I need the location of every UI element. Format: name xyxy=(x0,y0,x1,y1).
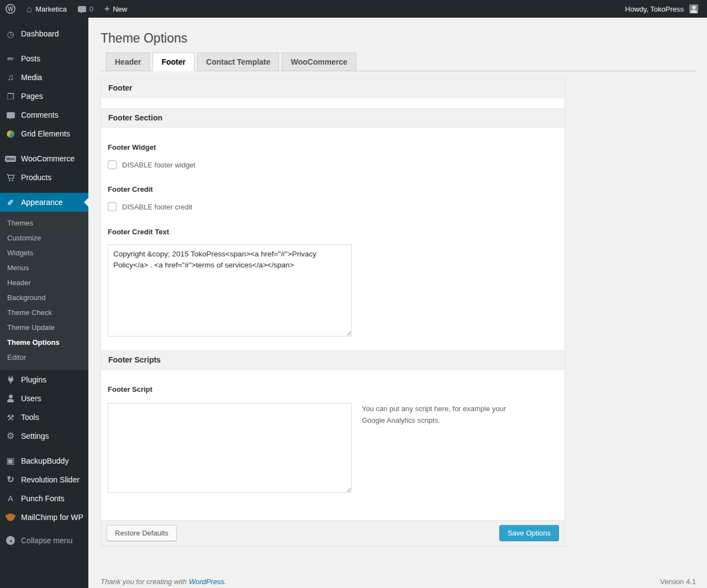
theme-options-panel: Footer Footer Section Footer Widget DISA… xyxy=(101,78,565,546)
person-icon xyxy=(4,394,17,403)
account-menu[interactable]: Howdy, TokoPress xyxy=(620,0,704,18)
footer-script-textarea[interactable] xyxy=(108,403,352,493)
grid-elements-icon xyxy=(4,130,17,138)
footer-credit-text-label: Footer Credit Text xyxy=(108,211,558,236)
woocommerce-badge-icon: Woo xyxy=(4,156,17,162)
comments-link[interactable]: 0 xyxy=(72,0,99,18)
sidebar-item-label: Punch Fonts xyxy=(21,494,65,503)
disable-footer-widget-label: DISABLE footer widget xyxy=(122,161,196,169)
sidebar-item-appearance[interactable]: Appearance xyxy=(0,193,88,212)
sidebar-item-backupbuddy[interactable]: BackupBuddy xyxy=(0,452,88,470)
submenu-item-theme-options[interactable]: Theme Options xyxy=(0,335,88,350)
wordpress-logo-icon xyxy=(6,4,15,14)
footer-script-row: You can put any script here, for example… xyxy=(108,403,558,493)
sidebar-item-label: Pages xyxy=(21,92,43,101)
sidebar-item-collapse-menu[interactable]: Collapse menu xyxy=(0,531,88,550)
submenu-item-background[interactable]: Background xyxy=(0,290,88,305)
disable-footer-credit-checkbox[interactable] xyxy=(108,202,117,211)
sidebar-item-tools[interactable]: Tools xyxy=(0,408,88,427)
page-footer: Thank you for creating with WordPress. V… xyxy=(101,578,696,586)
footer-script-label: Footer Script xyxy=(108,370,558,393)
submenu-item-themes[interactable]: Themes xyxy=(0,216,88,230)
letter-a-icon xyxy=(4,495,17,502)
comments-bubble-icon xyxy=(78,6,86,12)
tab-footer[interactable]: Footer xyxy=(152,53,194,71)
sidebar-item-label: Media xyxy=(21,73,42,82)
howdy-label: Howdy, TokoPress xyxy=(625,5,684,13)
comment-bubble-icon xyxy=(4,112,17,118)
footer-widget-checkbox-row: DISABLE footer widget xyxy=(108,160,558,169)
sidebar-item-label: WooCommerce xyxy=(21,154,75,163)
tab-woocommerce[interactable]: WooCommerce xyxy=(282,53,356,71)
panel-header: Footer xyxy=(101,79,564,98)
panel-body-scripts: Footer Script You can put any script her… xyxy=(101,370,564,493)
sidebar-item-products[interactable]: Products xyxy=(0,168,88,187)
plug-icon xyxy=(4,375,17,384)
sidebar-item-media[interactable]: Media xyxy=(0,68,88,87)
cart-icon xyxy=(4,174,17,182)
panel-footer: Restore Defaults Save Options xyxy=(101,520,564,545)
restore-defaults-button[interactable]: Restore Defaults xyxy=(107,525,177,541)
sidebar-item-woocommerce[interactable]: Woo WooCommerce xyxy=(0,149,88,168)
version-label: Version 4.1 xyxy=(660,578,696,586)
site-name-link[interactable]: Marketica xyxy=(21,0,72,18)
disable-footer-widget-checkbox[interactable] xyxy=(108,160,117,169)
sidebar-item-users[interactable]: Users xyxy=(0,389,88,408)
panel-body: Footer Widget DISABLE footer widget Foot… xyxy=(101,128,564,337)
comments-count: 0 xyxy=(89,5,93,13)
sidebar-item-mailchimp[interactable]: MailChimp for WP xyxy=(0,508,88,527)
new-label: New xyxy=(113,5,127,13)
submenu-item-theme-check[interactable]: Theme Check xyxy=(0,305,88,320)
submenu-item-widgets[interactable]: Widgets xyxy=(0,245,88,260)
main-content: Theme Options HeaderFooterContact Templa… xyxy=(88,18,707,588)
submenu-item-theme-update[interactable]: Theme Update xyxy=(0,320,88,335)
sidebar-item-label: Dashboard xyxy=(21,29,59,38)
sidebar-item-punch-fonts[interactable]: Punch Fonts xyxy=(0,489,88,508)
sidebar-item-grid-elements[interactable]: Grid Elements xyxy=(0,124,88,143)
pushpin-icon xyxy=(4,55,17,63)
dashboard-icon xyxy=(4,30,17,38)
footer-credit-checkbox-row: DISABLE footer credit xyxy=(108,202,558,211)
menu-separator xyxy=(0,143,88,149)
sidebar-item-posts[interactable]: Posts xyxy=(0,49,88,68)
submenu-item-editor[interactable]: Editor xyxy=(0,350,88,365)
menu-separator xyxy=(0,43,88,49)
submenu-item-header[interactable]: Header xyxy=(0,275,88,290)
admin-bar-right: Howdy, TokoPress xyxy=(620,0,707,18)
footer-section-header: Footer Section xyxy=(101,108,564,128)
monkey-icon xyxy=(4,513,17,521)
sidebar-item-pages[interactable]: Pages xyxy=(0,87,88,106)
sidebar-item-revolution-slider[interactable]: Revolution Slider xyxy=(0,470,88,489)
sidebar-item-label: Users xyxy=(21,394,41,403)
new-content-menu[interactable]: New xyxy=(99,0,133,18)
sidebar-item-label: Collapse menu xyxy=(21,536,72,545)
home-icon xyxy=(27,4,32,14)
settings-icon xyxy=(4,432,17,440)
footer-scripts-header: Footer Scripts xyxy=(101,350,564,370)
site-name-label: Marketica xyxy=(35,5,66,13)
submenu-item-customize[interactable]: Customize xyxy=(0,230,88,245)
sidebar-item-label: Settings xyxy=(21,432,49,440)
menu-separator xyxy=(0,187,88,193)
submenu-item-menus[interactable]: Menus xyxy=(0,260,88,275)
avatar xyxy=(689,4,698,13)
tab-header[interactable]: Header xyxy=(106,53,150,71)
paintbrush-icon xyxy=(4,198,17,207)
sidebar-item-plugins[interactable]: Plugins xyxy=(0,370,88,389)
media-icon xyxy=(4,73,17,82)
tab-contact-template[interactable]: Contact Template xyxy=(197,53,279,71)
sidebar-item-comments[interactable]: Comments xyxy=(0,106,88,124)
wordpress-link[interactable]: WordPress. xyxy=(189,578,226,586)
plus-icon xyxy=(104,4,109,13)
sidebar-item-label: Revolution Slider xyxy=(21,475,80,484)
footer-credit-text-textarea[interactable]: Copyright &copy; 2015 TokoPress<span><a … xyxy=(108,244,352,337)
sidebar-item-settings[interactable]: Settings xyxy=(0,427,88,445)
sidebar-item-dashboard[interactable]: Dashboard xyxy=(0,24,88,43)
save-options-button[interactable]: Save Options xyxy=(499,525,559,541)
wordpress-logo-menu[interactable] xyxy=(0,0,21,18)
menu-separator xyxy=(0,527,88,531)
sidebar-item-label: Grid Elements xyxy=(21,129,70,138)
sidebar-item-label: BackupBuddy xyxy=(21,456,68,465)
rotate-arrows-icon xyxy=(4,475,17,484)
thanks-text: Thank you for creating with WordPress. xyxy=(101,578,226,586)
